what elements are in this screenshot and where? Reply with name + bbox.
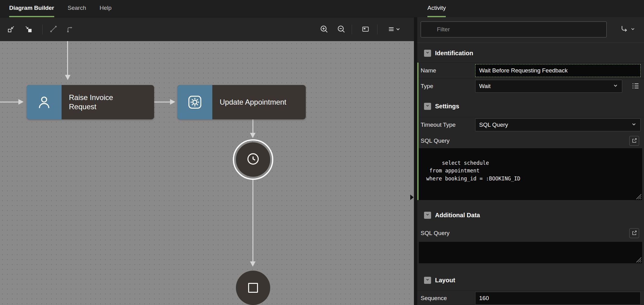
sql-query-code: select schedule from appointment where b…	[423, 160, 520, 182]
panel-divider	[417, 43, 644, 43]
wait-node-body	[236, 142, 270, 177]
node-title: Raise Invoice Request	[62, 85, 130, 119]
field-row-timeout-type: Timeout Type SQL Query	[417, 117, 644, 133]
type-select[interactable]: Wait	[475, 80, 622, 93]
fit-to-window-button[interactable]	[359, 23, 372, 36]
section-additional-data: Additional Data	[417, 208, 644, 222]
node-wait-selected[interactable]	[233, 139, 273, 180]
timeout-type-select[interactable]: SQL Query	[475, 118, 641, 131]
toolbar-separator	[42, 25, 43, 34]
collapse-additional-data-button[interactable]	[424, 212, 431, 219]
timeout-type-select-value: SQL Query	[479, 122, 631, 128]
person-icon	[27, 85, 62, 119]
field-row-name: Name	[417, 63, 644, 78]
node-update-appointment[interactable]: Update Appointment	[177, 85, 306, 119]
section-title: Settings	[435, 103, 459, 110]
zoom-in-button[interactable]	[317, 23, 331, 36]
node-end[interactable]	[236, 271, 270, 305]
panel-splitter[interactable]	[414, 17, 417, 305]
gear-icon	[177, 85, 212, 119]
connector-wait-to-end[interactable]	[252, 180, 253, 262]
splitter-collapse-handle-icon[interactable]	[410, 195, 414, 200]
section-settings: Settings	[417, 99, 644, 113]
collapse-layout-button[interactable]	[424, 277, 431, 284]
top-bar: Diagram Builder Search Help Activity	[0, 0, 644, 17]
diagram-toolbar	[0, 17, 414, 41]
zoom-out-icon	[337, 25, 346, 35]
sequence-label: Sequence	[421, 295, 475, 302]
name-label: Name	[421, 67, 475, 74]
tab-search-label: Search	[68, 5, 86, 11]
chevron-down-icon	[425, 212, 430, 218]
section-title: Layout	[435, 277, 455, 284]
lasso-select-icon	[7, 25, 15, 34]
collapse-identification-button[interactable]	[424, 50, 431, 57]
diagram-builder-app: Diagram Builder Search Help Activity	[0, 0, 644, 305]
fit-to-window-icon	[361, 25, 370, 34]
expand-icon	[631, 137, 638, 145]
toolbar-separator	[352, 25, 352, 34]
connector-update-to-wait[interactable]	[252, 119, 253, 133]
expand-icon	[631, 230, 638, 237]
section-title: Additional Data	[435, 212, 480, 219]
tab-search[interactable]: Search	[68, 0, 86, 17]
sql-query-editor[interactable]: select schedule from appointment where b…	[419, 148, 642, 200]
component-list-button[interactable]	[631, 81, 640, 91]
node-raise-invoice-request[interactable]: Raise Invoice Request	[27, 85, 154, 119]
tab-activity[interactable]: Activity	[427, 0, 446, 17]
diagram-menu-button[interactable]	[384, 23, 404, 36]
sql-query-label: SQL Query	[421, 137, 475, 144]
go-to-component-button[interactable]	[619, 23, 635, 36]
clock-icon	[246, 152, 260, 168]
navigate-icon	[619, 24, 629, 35]
additional-sql-query-label-row: SQL Query	[417, 227, 644, 239]
resize-grip-icon[interactable]	[636, 257, 641, 262]
main-tabs: Diagram Builder Search Help	[9, 0, 112, 17]
open-code-editor-button[interactable]	[629, 136, 639, 146]
field-row-sequence: Sequence	[417, 290, 644, 305]
arrowhead-down-icon	[65, 75, 70, 80]
section-title: Identification	[435, 50, 473, 57]
additional-sql-query-label: SQL Query	[421, 230, 475, 237]
lasso-select-button[interactable]	[4, 23, 18, 36]
arrowhead-right-icon	[18, 99, 24, 105]
chevron-down-icon	[425, 277, 430, 283]
sql-query-label-row: SQL Query	[417, 135, 644, 147]
tab-help[interactable]: Help	[100, 0, 112, 17]
connector-top-incoming[interactable]	[67, 41, 68, 75]
timeout-type-label: Timeout Type	[421, 122, 475, 128]
connector-left-incoming[interactable]	[0, 102, 19, 102]
chevron-down-icon	[425, 103, 430, 109]
chevron-down-icon	[395, 26, 401, 33]
tab-diagram-builder-label: Diagram Builder	[9, 5, 54, 11]
chevron-down-icon	[425, 50, 430, 56]
type-select-value: Wait	[479, 83, 613, 90]
arrowhead-down-icon	[250, 133, 256, 138]
arrowhead-right-icon	[170, 99, 175, 105]
node-title: Update Appointment	[212, 85, 286, 119]
collapse-settings-button[interactable]	[424, 103, 431, 110]
section-identification: Identification	[417, 46, 644, 60]
property-panel: Identification Name Type Wait	[417, 17, 644, 305]
name-input[interactable]	[475, 64, 641, 77]
resize-grip-icon[interactable]	[636, 194, 641, 199]
line-connector-button[interactable]	[47, 23, 60, 36]
sequence-input[interactable]	[475, 292, 641, 305]
tab-diagram-builder[interactable]: Diagram Builder	[9, 0, 54, 17]
line-connector-icon	[49, 25, 58, 34]
section-layout: Layout	[417, 273, 644, 287]
changed-fields-indicator	[417, 63, 419, 200]
filter-input[interactable]	[421, 21, 607, 37]
elbow-connector-button[interactable]	[63, 23, 77, 36]
tab-activity-label: Activity	[427, 5, 446, 11]
diagram-canvas[interactable]: Raise Invoice Request Update Appointment	[0, 41, 414, 305]
open-code-editor-button[interactable]	[629, 228, 639, 238]
lasso-select-alt-button[interactable]	[21, 23, 35, 36]
zoom-out-button[interactable]	[335, 23, 348, 36]
connector-raise-to-update[interactable]	[154, 102, 171, 102]
additional-sql-query-editor[interactable]	[419, 242, 642, 263]
tab-help-label: Help	[100, 5, 112, 11]
field-row-type: Type Wait	[417, 78, 644, 94]
menu-icon	[387, 25, 395, 34]
elbow-connector-icon	[66, 25, 74, 34]
